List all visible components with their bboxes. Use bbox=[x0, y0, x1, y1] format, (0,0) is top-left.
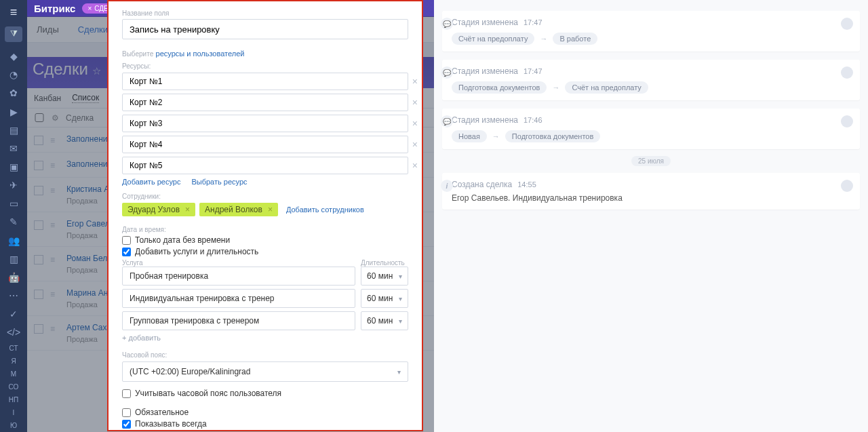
avatar[interactable] bbox=[841, 180, 853, 192]
chevron-down-icon: ▾ bbox=[399, 295, 402, 302]
timezone-select[interactable]: (UTC +02:00) Europe/Kaliningrad▾ bbox=[122, 361, 408, 382]
arrow-icon: → bbox=[540, 35, 547, 43]
rail-icon[interactable]: ▶ bbox=[6, 105, 21, 118]
chevron-down-icon: ▾ bbox=[397, 368, 401, 376]
timeline-time: 17:47 bbox=[524, 67, 542, 75]
rail-icon[interactable]: ✓ bbox=[6, 308, 21, 321]
service-col-label: Услуга bbox=[122, 259, 355, 267]
add-resource-link[interactable]: Добавить ресурс bbox=[122, 178, 180, 186]
rail-icon[interactable]: 👥 bbox=[6, 234, 21, 247]
stage-from: Подготовка документов bbox=[452, 81, 547, 94]
comment-icon: 💬 bbox=[441, 18, 453, 30]
rail-abbr[interactable]: Ю bbox=[10, 422, 17, 429]
close-icon[interactable]: × bbox=[87, 5, 92, 12]
remove-icon[interactable]: × bbox=[412, 160, 418, 171]
add-service-link[interactable]: + добавить bbox=[122, 334, 408, 342]
employee-chip[interactable]: Эдуард Узлов× bbox=[122, 203, 195, 216]
rail-abbr[interactable]: СО bbox=[9, 383, 19, 391]
chevron-down-icon: ▾ bbox=[399, 317, 402, 325]
timeline-time: 17:47 bbox=[524, 18, 542, 26]
stage-from: Счёт на предоплату bbox=[452, 33, 534, 45]
rail-icon[interactable]: ✎ bbox=[6, 216, 21, 229]
chevron-down-icon: ▾ bbox=[399, 273, 402, 280]
stage-to: Счёт на предоплату bbox=[565, 81, 648, 94]
show-always-checkbox[interactable]: Показывать всегда bbox=[122, 419, 408, 429]
timeline: 💬Стадия изменена17:47Счёт на предоплату→… bbox=[434, 0, 868, 432]
stage-to: В работе bbox=[553, 33, 597, 45]
timeline-title: Создана сделка bbox=[452, 180, 512, 189]
rail-icon[interactable]: ▥ bbox=[6, 252, 21, 265]
add-employee-link[interactable]: Добавить сотрудников bbox=[286, 205, 364, 214]
timeline-date-separator: 25 июля bbox=[442, 157, 860, 165]
field-name-input[interactable] bbox=[122, 19, 408, 39]
timeline-title: Стадия изменена bbox=[452, 115, 518, 125]
select-label: Выберите bbox=[122, 50, 153, 58]
service-input[interactable]: Индивидуальная тренировка с тренер bbox=[122, 289, 355, 308]
resource-input[interactable] bbox=[122, 157, 408, 174]
menu-icon[interactable]: ≡ bbox=[10, 5, 18, 20]
only-date-checkbox[interactable]: Только дата без времени bbox=[122, 235, 408, 245]
left-rail: ≡ ⧩ ◆ ◔ ✿ ▶ ▤ ✉ ▣ ✈ ▭ ✎ 👥 ▥ 🤖 ⋯ ✓ </> СТ… bbox=[0, 0, 27, 432]
remove-icon[interactable]: × bbox=[185, 205, 190, 214]
duration-select[interactable]: 60 мин▾ bbox=[361, 289, 408, 308]
timeline-text: Егор Савельев. Индивидуальная тренировка bbox=[452, 193, 850, 203]
employees-label: Сотрудники: bbox=[122, 193, 408, 200]
respect-user-tz-checkbox[interactable]: Учитывать часовой пояс пользователя bbox=[122, 389, 408, 398]
brand-label: Битрикс bbox=[34, 3, 75, 14]
rail-icon[interactable]: ◔ bbox=[6, 68, 21, 81]
rail-abbr[interactable]: СТ bbox=[9, 345, 18, 352]
resource-input[interactable] bbox=[122, 136, 408, 153]
rail-abbr[interactable]: НП bbox=[9, 396, 18, 404]
required-checkbox[interactable]: Обязательное bbox=[122, 408, 408, 417]
rail-icon[interactable]: ✉ bbox=[6, 142, 21, 155]
resource-input[interactable] bbox=[122, 115, 408, 132]
choose-resource-link[interactable]: Выбрать ресурс bbox=[191, 178, 247, 186]
remove-icon[interactable]: × bbox=[412, 97, 418, 108]
avatar[interactable] bbox=[841, 18, 853, 30]
arrow-icon: → bbox=[552, 83, 559, 92]
rail-icon[interactable]: </> bbox=[6, 326, 21, 339]
service-input[interactable]: Пробная тренировка bbox=[122, 267, 355, 286]
resource-input[interactable] bbox=[122, 94, 408, 111]
service-input[interactable]: Групповая тренировка с тренером bbox=[122, 311, 355, 330]
comment-icon: 💬 bbox=[441, 66, 453, 79]
remove-icon[interactable]: × bbox=[268, 205, 273, 214]
rail-icon[interactable]: ⋯ bbox=[6, 289, 21, 302]
add-services-checkbox[interactable]: Добавить услуги и длительность bbox=[122, 247, 408, 256]
timeline-time: 17:46 bbox=[524, 116, 542, 124]
comment-icon: 💬 bbox=[441, 115, 453, 127]
duration-select[interactable]: 60 мин▾ bbox=[361, 267, 408, 286]
timeline-item: 💬Стадия изменена17:46Новая→Подготовка до… bbox=[442, 109, 860, 149]
avatar[interactable] bbox=[841, 66, 853, 79]
timeline-time: 14:55 bbox=[517, 180, 536, 189]
rail-icon[interactable]: ◆ bbox=[6, 50, 21, 63]
duration-select[interactable]: 60 мин▾ bbox=[361, 311, 408, 330]
remove-icon[interactable]: × bbox=[412, 76, 418, 87]
resources-users-link[interactable]: ресурсы и пользователей bbox=[156, 50, 245, 58]
rail-abbr[interactable]: I bbox=[13, 409, 15, 416]
field-config-modal: Название поля Выберите ресурсы и пользов… bbox=[107, 0, 423, 431]
employee-chip[interactable]: Андрей Волков× bbox=[199, 203, 278, 216]
rail-icon[interactable]: ▣ bbox=[6, 160, 21, 173]
rail-icon[interactable]: ▭ bbox=[6, 197, 21, 210]
avatar[interactable] bbox=[841, 115, 853, 127]
field-name-label: Название поля bbox=[122, 9, 408, 17]
rail-abbr[interactable]: М bbox=[11, 370, 16, 378]
remove-icon[interactable]: × bbox=[412, 139, 418, 150]
rail-icon[interactable]: 🤖 bbox=[6, 271, 21, 283]
duration-col-label: Длительность bbox=[361, 259, 408, 267]
rail-abbr[interactable]: Я bbox=[11, 357, 16, 365]
info-icon: i bbox=[441, 180, 453, 192]
filter-icon[interactable]: ⧩ bbox=[5, 26, 22, 42]
arrow-icon: → bbox=[492, 132, 500, 140]
resources-label: Ресурсы: bbox=[122, 62, 408, 70]
timeline-item: 💬Стадия изменена17:47Подготовка документ… bbox=[442, 60, 860, 100]
resource-input[interactable] bbox=[122, 73, 408, 90]
remove-icon[interactable]: × bbox=[412, 118, 418, 129]
timeline-title: Стадия изменена bbox=[452, 66, 518, 76]
stage-from: Новая bbox=[452, 130, 487, 142]
rail-icon[interactable]: ✈ bbox=[6, 179, 21, 192]
stage-to: Подготовка документов bbox=[505, 130, 600, 142]
rail-icon[interactable]: ✿ bbox=[6, 87, 21, 100]
rail-icon[interactable]: ▤ bbox=[6, 123, 21, 136]
